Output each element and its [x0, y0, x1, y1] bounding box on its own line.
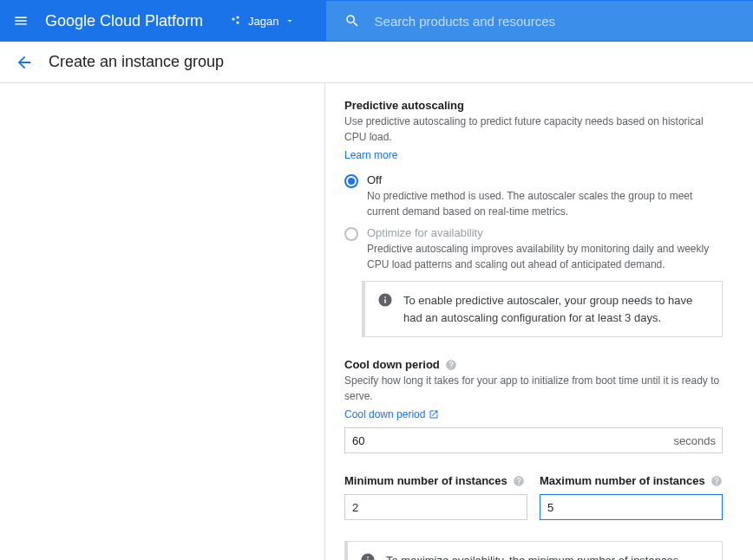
cooldown-input[interactable]	[344, 427, 723, 453]
top-bar: Google Cloud Platform Jagan	[0, 0, 753, 42]
min-instances-col: Minimum number of instances	[344, 474, 527, 520]
max-instances-input[interactable]	[540, 494, 723, 520]
max-instances-col: Maximum number of instances	[540, 474, 723, 520]
help-icon[interactable]	[445, 359, 457, 371]
min-instances-label: Minimum number of instances	[344, 474, 507, 487]
search-container	[326, 1, 753, 41]
cooldown-desc: Specify how long it takes for your app t…	[344, 373, 723, 404]
form-area: Predictive autoscaling Use predictive au…	[325, 83, 742, 560]
left-panel	[0, 83, 325, 560]
availability-info-box: To maximize availability, the minimum nu…	[344, 541, 723, 560]
menu-icon	[13, 13, 29, 29]
cooldown-suffix: seconds	[674, 434, 716, 447]
predictive-info-text: To enable predictive autoscaler, your gr…	[403, 292, 710, 326]
svg-point-2	[237, 21, 239, 23]
predictive-autoscaling-section: Predictive autoscaling Use predictive au…	[344, 99, 723, 337]
instances-row: Minimum number of instances Maximum numb…	[344, 474, 723, 520]
help-icon[interactable]	[513, 475, 525, 487]
predictive-heading: Predictive autoscaling	[344, 99, 723, 112]
min-instances-input[interactable]	[344, 494, 527, 520]
svg-point-1	[237, 16, 239, 18]
hamburger-menu-button[interactable]	[0, 0, 42, 42]
help-icon[interactable]	[710, 475, 723, 487]
radio-optimize-button	[344, 227, 358, 241]
info-icon	[360, 552, 376, 560]
radio-off-label: Off	[367, 173, 723, 186]
search-input[interactable]	[368, 14, 743, 29]
svg-point-0	[232, 17, 235, 20]
back-arrow-icon	[15, 53, 34, 72]
page-title: Create an instance group	[49, 53, 224, 71]
radio-off-desc: No predictive method is used. The autosc…	[367, 188, 723, 219]
predictive-info-box: To enable predictive autoscaler, your gr…	[362, 281, 723, 337]
radio-off-button[interactable]	[344, 174, 358, 188]
dropdown-icon	[285, 16, 295, 26]
gcp-logo: Google Cloud Platform	[45, 12, 203, 30]
search-icon	[344, 13, 360, 29]
project-name: Jagan	[248, 15, 278, 28]
external-link-icon	[429, 409, 439, 420]
info-icon	[377, 292, 393, 326]
radio-optimize-label: Optimize for availability	[367, 226, 723, 239]
page-header: Create an instance group	[0, 42, 753, 83]
radio-optimize-desc: Predictive autoscaling improves availabi…	[367, 241, 723, 272]
max-instances-label: Maximum number of instances	[540, 474, 705, 487]
predictive-desc: Use predictive autoscaling to predict fu…	[344, 114, 723, 145]
project-dots-icon	[231, 15, 243, 27]
availability-info-text: To maximize availability, the minimum nu…	[386, 554, 679, 560]
cooldown-section: Cool down period Specify how long it tak…	[344, 358, 723, 453]
search-button[interactable]	[337, 13, 368, 29]
predictive-learn-more-link[interactable]: Learn more	[344, 149, 397, 161]
cooldown-link[interactable]: Cool down period	[344, 408, 439, 420]
project-selector[interactable]: Jagan	[224, 11, 301, 31]
radio-optimize: Optimize for availability Predictive aut…	[344, 226, 723, 272]
cooldown-label: Cool down period	[344, 358, 440, 371]
content-wrapper: Predictive autoscaling Use predictive au…	[0, 83, 753, 560]
back-button[interactable]	[14, 52, 35, 73]
radio-off[interactable]: Off No predictive method is used. The au…	[344, 173, 723, 219]
predictive-radio-group: Off No predictive method is used. The au…	[344, 173, 723, 272]
